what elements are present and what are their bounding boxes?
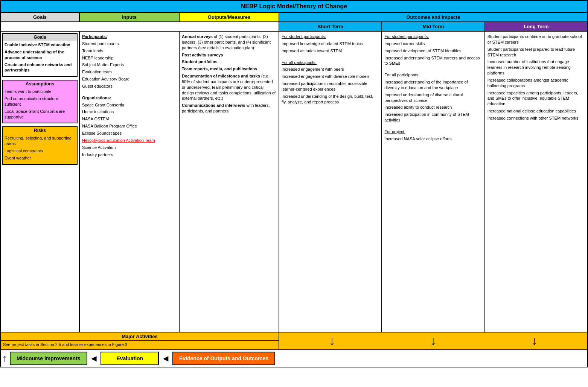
input-home-institutions: Home institutions — [82, 109, 177, 115]
inputs-column: Participants: Student participants Team … — [80, 32, 180, 332]
activities-title: Major Activities — [1, 332, 279, 341]
risk-2: Logistical constraints — [5, 148, 75, 154]
short-all-2: Increased engagement with diverse role m… — [282, 74, 379, 79]
input-eclipse-soundscapes: Eclipse Soundscapes — [82, 131, 177, 136]
short-student-label: For student participants: — [282, 34, 379, 39]
activities-content: See project tasks in Section 2.5 and lea… — [1, 341, 279, 348]
long-3: Increased number of institutions that en… — [487, 59, 585, 76]
input-team-leads: Team leads — [82, 48, 177, 54]
left-arrow-midcourse: ◄ — [90, 353, 99, 364]
risk-1: Recruiting, selecting, and supporting te… — [5, 135, 75, 147]
content-row: Goals Enable inclusive STEM education Ad… — [1, 32, 587, 332]
goals-header: Goals — [1, 13, 80, 21]
long-5: Increased capacities among participants,… — [487, 90, 585, 107]
activities-section: Major Activities See project tasks in Se… — [1, 332, 279, 349]
goal-1: Enable inclusive STEM education — [5, 42, 75, 48]
down-arrow-outputs: ↓ — [329, 334, 335, 348]
short-all-3: Increased participation in equitable, ac… — [282, 81, 379, 92]
short-term-header: Short Term — [279, 22, 382, 31]
long-6: Increased national eclipse education cap… — [487, 108, 585, 114]
short-all-label: For all participants: — [282, 60, 379, 65]
mid-all-4: Increased participation in community of … — [384, 112, 482, 123]
up-arrow-activities: ↑ — [2, 352, 8, 364]
mid-project-1: Increased NASA solar eclipse efforts — [384, 136, 482, 142]
header-row: Goals Inputs Outputs/Measures Outcomes a… — [1, 13, 587, 22]
input-heliophysics: Heliophysics Education Activation Team — [82, 138, 177, 143]
input-sme: Subject Matter Experts — [82, 62, 177, 68]
main-container: NEBP Logic Model/Theory of Change Goals … — [0, 0, 588, 367]
risks-title: Risks — [3, 127, 77, 134]
mid-all-3: Increased ability to conduct research — [384, 105, 482, 110]
input-nebp-leadership: NEBP leadership — [82, 55, 177, 61]
long-1: Student participants continue on to grad… — [487, 34, 585, 45]
input-eval-team: Evaluation team — [82, 69, 177, 75]
organizations-label: Organizations: — [82, 95, 177, 101]
risk-3: Event weather — [5, 155, 75, 161]
long-7: Increased connections with other STEM ne… — [487, 115, 585, 121]
assumption-3: Local Space Grant Consortia are supporti… — [5, 109, 75, 120]
output-3: Student portfolios — [182, 59, 276, 65]
left-arrow-evaluation: ◄ — [161, 353, 170, 364]
mid-term-header: Mid Term — [382, 22, 485, 31]
output-6: Communications and interviews with leade… — [182, 103, 276, 114]
output-5: Documentation of milestones and tasks (e… — [182, 73, 276, 101]
activities-right: ↓ ↓ ↓ — [279, 332, 587, 349]
goal-3: Create and enhance networks and partners… — [5, 62, 75, 73]
mid-student-2: Improved development of STEM identities — [384, 48, 482, 54]
assumptions-title: Assumptions — [3, 80, 77, 87]
input-industry: Industry partners — [82, 152, 177, 158]
outputs-header: Outputs/Measures — [180, 13, 279, 21]
evidence-button: Evidence of Outputs and Outcomes — [172, 352, 275, 365]
long-2: Student participants feel prepared to le… — [487, 47, 585, 58]
mid-student-1: Improved career skills — [384, 41, 482, 47]
mid-student-3: Increased understanding STEM careers and… — [384, 55, 482, 67]
evaluation-button: Evaluation — [101, 352, 159, 365]
short-term-column: For student participants: Improved knowl… — [279, 32, 382, 332]
output-1: Annual surveys of (1) student participan… — [182, 34, 276, 51]
title-bar: NEBP Logic Model/Theory of Change — [1, 1, 587, 13]
long-term-column: Student participants continue on to grad… — [485, 32, 587, 332]
short-student-2: Improved attitudes toward STEM — [282, 48, 379, 54]
input-guest-ed: Guest educators — [82, 83, 177, 89]
input-space-grant: Space Grant Consortia — [82, 102, 177, 108]
down-arrow-mid: ↓ — [532, 334, 538, 348]
goals-section: Goals Enable inclusive STEM education Ad… — [2, 33, 78, 77]
mid-all-label: For all participants: — [384, 72, 482, 78]
input-nasa-bpo: NASA Balloon Program Office — [82, 123, 177, 129]
participants-label: Participants: — [82, 34, 177, 39]
mid-student-label: For student participants: — [384, 34, 482, 39]
input-nasa-ostem: NASA OSTEM — [82, 116, 177, 122]
input-eab: Education Advisory Board — [82, 76, 177, 82]
outcomes-subheaders: Short Term Mid Term Long Term — [1, 22, 587, 32]
short-student-1: Improved knowledge of related STEM topic… — [282, 41, 379, 47]
page-title: NEBP Logic Model/Theory of Change — [241, 3, 347, 9]
inputs-header: Inputs — [80, 13, 180, 21]
goals-section-title: Goals — [3, 34, 77, 41]
output-4: Team reports, media, and publications — [182, 66, 276, 72]
subheader-spacer — [1, 22, 279, 31]
mid-project-label: For project: — [384, 129, 482, 135]
input-student: Student participants — [82, 41, 177, 47]
assumption-2: Pod communication structure sufficient — [5, 96, 75, 107]
mid-term-column: For student participants: Improved caree… — [382, 32, 485, 332]
long-term-header: Long Term — [485, 22, 587, 31]
input-science-activation: Science Activation — [82, 145, 177, 150]
mid-all-1: Increased understanding of the importanc… — [384, 79, 482, 91]
output-2: Post activity surveys — [182, 52, 276, 58]
mid-all-2: Improved understanding of diverse cultur… — [384, 92, 482, 103]
risks-section: Risks Recruiting, selecting, and support… — [2, 126, 78, 164]
midcourse-button: Midcourse improvements — [10, 352, 87, 365]
down-arrow-short: ↓ — [430, 334, 436, 348]
activities-row: Major Activities See project tasks in Se… — [1, 332, 587, 350]
bottom-row: ↑ Midcourse improvements ◄ Evaluation ◄ … — [1, 350, 587, 367]
short-all-1: Increased engagement with peers — [282, 67, 379, 72]
outputs-column: Annual surveys of (1) student participan… — [180, 32, 279, 332]
goal-2: Advance understanding of the process of … — [5, 49, 75, 61]
assumption-1: Teams want to participate — [5, 89, 75, 94]
goals-column: Goals Enable inclusive STEM education Ad… — [1, 32, 80, 332]
long-4: Increased collaborations amongst academi… — [487, 77, 585, 89]
short-all-4: Increased understanding of the design, b… — [282, 94, 379, 105]
outcomes-header: Outcomes and Impacts — [279, 13, 587, 21]
assumptions-section: Assumptions Teams want to participate Po… — [2, 80, 78, 123]
